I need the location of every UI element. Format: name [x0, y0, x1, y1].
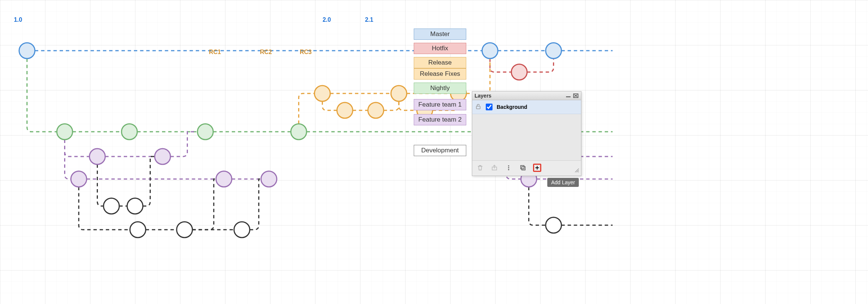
svg-rect-7: [521, 166, 524, 169]
branch-label-feat2[interactable]: Feature team 2: [414, 114, 466, 125]
commit-node[interactable]: [155, 149, 170, 164]
commit-node[interactable]: [546, 217, 562, 233]
edge: [490, 59, 511, 72]
commit-node[interactable]: [291, 124, 306, 140]
edge: [527, 59, 553, 72]
commit-node[interactable]: [57, 124, 72, 140]
commit-node[interactable]: [127, 198, 143, 214]
add-layer-icon[interactable]: [533, 164, 541, 172]
commit-node[interactable]: [130, 222, 146, 238]
branch-label-feat1[interactable]: Feature team 1: [414, 99, 466, 110]
svg-point-6: [508, 169, 509, 170]
export-layer-icon: [490, 164, 499, 172]
edge: [192, 179, 224, 230]
commit-node[interactable]: [482, 43, 498, 59]
commit-node[interactable]: [89, 149, 105, 164]
add-layer-tooltip: Add Layer: [547, 178, 579, 187]
resize-grip-icon[interactable]: [574, 168, 580, 174]
close-icon[interactable]: [573, 93, 579, 98]
commit-node[interactable]: [337, 102, 353, 118]
branch-label-nightly[interactable]: Nightly: [414, 83, 466, 94]
more-icon[interactable]: [505, 164, 513, 172]
commit-node[interactable]: [546, 43, 562, 59]
commit-node[interactable]: [104, 198, 119, 214]
commit-node[interactable]: [234, 222, 250, 238]
layer-row[interactable]: Background: [472, 100, 581, 114]
edge: [529, 187, 546, 225]
layers-panel[interactable]: Layers Background: [472, 91, 581, 176]
commit-node[interactable]: [216, 171, 232, 187]
svg-rect-2: [476, 106, 480, 109]
branch-label-dev[interactable]: Development: [414, 145, 466, 156]
branch-label-master[interactable]: Master: [414, 29, 466, 40]
branch-label-relfix[interactable]: Release Fixes: [414, 68, 466, 80]
svg-rect-8: [522, 167, 525, 170]
node-label: RC2: [260, 49, 272, 56]
edge: [27, 59, 57, 132]
edge: [97, 164, 103, 206]
commit-node[interactable]: [511, 64, 527, 80]
delete-layer-icon: [476, 164, 484, 172]
edge: [466, 59, 490, 93]
commit-node[interactable]: [19, 43, 35, 59]
commit-node[interactable]: [71, 171, 87, 187]
commit-node[interactable]: [368, 102, 384, 118]
edge: [65, 140, 89, 157]
layers-panel-title: Layers: [475, 93, 491, 99]
node-label: 1.0: [14, 17, 22, 23]
svg-point-5: [508, 167, 509, 168]
edge: [299, 93, 314, 124]
node-label: 2.0: [323, 17, 331, 23]
node-label: RC3: [300, 49, 312, 56]
commit-node[interactable]: [177, 222, 192, 238]
node-label: RC1: [209, 49, 221, 56]
svg-point-4: [508, 165, 509, 166]
layers-panel-titlebar[interactable]: Layers: [472, 92, 581, 100]
edge: [384, 101, 399, 110]
commit-node[interactable]: [197, 124, 213, 140]
layer-name: Background: [497, 104, 527, 110]
commit-node[interactable]: [122, 124, 137, 140]
duplicate-layer-icon[interactable]: [519, 164, 527, 172]
edge: [322, 101, 337, 110]
layer-visibility-checkbox[interactable]: [486, 104, 493, 110]
layers-toolbar: Add Layer: [472, 160, 581, 176]
commit-node[interactable]: [261, 171, 277, 187]
minimize-icon[interactable]: [565, 93, 571, 98]
node-label: 2.1: [365, 17, 373, 23]
branch-label-release[interactable]: Release: [414, 57, 466, 68]
commit-node[interactable]: [314, 86, 330, 101]
lock-open-icon[interactable]: [475, 104, 481, 111]
commit-node[interactable]: [391, 86, 407, 101]
layers-list: Background: [472, 100, 581, 160]
branch-label-hotfix[interactable]: Hotfix: [414, 43, 466, 54]
svg-rect-0: [566, 96, 571, 97]
edge: [65, 140, 71, 179]
